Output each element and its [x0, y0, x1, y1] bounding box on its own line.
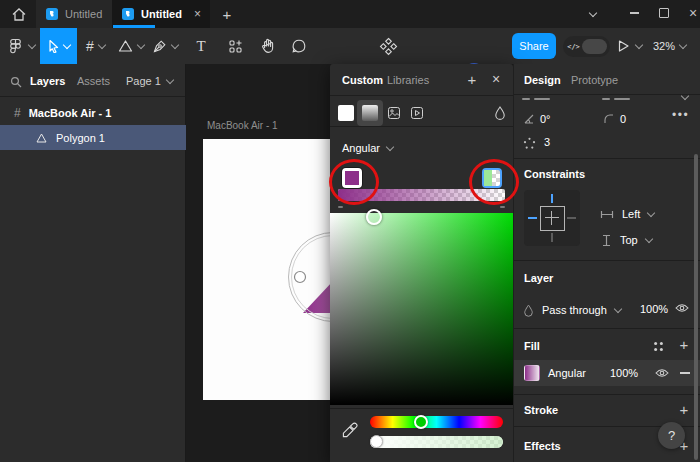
- close-tab-icon[interactable]: ×: [194, 8, 201, 20]
- vertical-constraint-dropdown[interactable]: Top: [600, 232, 652, 248]
- fill-type-video[interactable]: [409, 105, 425, 121]
- gradient-type-dropdown[interactable]: Angular: [342, 140, 393, 156]
- tab-untitled-1[interactable]: Untitled: [36, 0, 112, 28]
- window-menu-chevron-icon[interactable]: [586, 7, 600, 21]
- opacity-gradient: [370, 436, 503, 448]
- tab-custom[interactable]: Custom: [342, 74, 383, 86]
- share-button[interactable]: Share: [512, 33, 556, 59]
- clipped-field: [534, 98, 550, 100]
- layer-opacity-value[interactable]: 100%: [640, 303, 668, 315]
- fill-type-gradient-selected[interactable]: [357, 100, 383, 126]
- fill-opacity-value[interactable]: 100%: [610, 367, 638, 379]
- fill-type-value[interactable]: Angular: [548, 367, 586, 379]
- tab-assets[interactable]: Assets: [77, 75, 110, 87]
- add-style-button[interactable]: +: [464, 71, 480, 87]
- search-icon[interactable]: [8, 74, 24, 90]
- home-icon[interactable]: [10, 6, 28, 22]
- zoom-menu[interactable]: 32%: [653, 28, 686, 64]
- pen-tool[interactable]: [152, 28, 178, 64]
- eyedropper-icon[interactable]: [340, 420, 360, 440]
- cursor-arrow-icon: [47, 39, 60, 53]
- clipped-field: [614, 98, 630, 100]
- fill-visibility-eye-icon[interactable]: [654, 367, 670, 379]
- sides-count-value[interactable]: 3: [544, 136, 550, 148]
- constraint-tick-top[interactable]: [551, 194, 553, 203]
- constraints-title: Constraints: [524, 168, 585, 180]
- inspector-scrollbar[interactable]: [694, 154, 698, 460]
- page-selector[interactable]: Page 1: [126, 72, 173, 90]
- rotation-value[interactable]: 0°: [540, 113, 551, 125]
- minimize-button[interactable]: [627, 6, 641, 20]
- constraint-plus: [545, 217, 559, 218]
- layer-visibility-eye-icon[interactable]: [674, 301, 690, 315]
- shape-tool[interactable]: [118, 28, 144, 64]
- new-tab-button[interactable]: +: [218, 5, 236, 23]
- figma-file-icon: [122, 8, 134, 20]
- polygon-count-icon: [522, 136, 536, 150]
- add-fill-button[interactable]: +: [676, 336, 692, 352]
- close-window-button[interactable]: ×: [686, 4, 700, 22]
- fill-styles-icon[interactable]: [650, 338, 666, 354]
- opacity-slider[interactable]: [370, 436, 503, 448]
- color-picker-panel: Custom Libraries + × Angular: [330, 64, 513, 462]
- move-tool[interactable]: [40, 28, 77, 64]
- constraint-tick-left[interactable]: [528, 217, 537, 219]
- corner-radius-icon: [602, 112, 615, 125]
- gradient-swatch-icon: [362, 105, 378, 121]
- color-cursor[interactable]: [366, 209, 382, 225]
- layer-row-frame[interactable]: # MacBook Air - 1: [0, 100, 186, 125]
- pen-icon: [152, 39, 167, 54]
- main-menu-button[interactable]: [8, 28, 35, 64]
- fill-swatch[interactable]: [524, 365, 540, 381]
- horizontal-constraint-dropdown[interactable]: Left: [600, 206, 654, 222]
- layer-row-polygon[interactable]: Polygon 1: [0, 125, 186, 150]
- blend-droplet-icon[interactable]: [493, 104, 507, 122]
- blend-mode-dropdown[interactable]: Pass through: [524, 302, 621, 318]
- tab-layers[interactable]: Layers: [30, 75, 65, 87]
- fill-type-solid[interactable]: [338, 105, 354, 121]
- close-picker-icon[interactable]: ×: [488, 70, 504, 88]
- add-stroke-button[interactable]: +: [676, 401, 692, 417]
- maximize-button[interactable]: [657, 6, 671, 20]
- corner-radius-value[interactable]: 0: [620, 113, 626, 125]
- actions-tool[interactable]: [222, 28, 248, 64]
- fill-title: Fill: [524, 340, 540, 352]
- text-tool[interactable]: T: [190, 28, 212, 64]
- more-options-icon[interactable]: •••: [672, 108, 689, 122]
- component-icon: [377, 36, 399, 56]
- dev-mode-toggle[interactable]: </>: [563, 36, 610, 57]
- hue-slider[interactable]: [370, 416, 503, 428]
- inspector-panel: Design Prototype 0° 0 ••• 3 Constraints: [513, 64, 700, 462]
- tab-label: Untitled: [65, 8, 102, 20]
- saturation-value-area[interactable]: [330, 213, 513, 405]
- constraint-tick-bottom[interactable]: [551, 233, 553, 242]
- hue-handle[interactable]: [414, 415, 428, 429]
- titlebar: Untitled Untitled × + ×: [0, 0, 700, 28]
- comment-tool[interactable]: [286, 28, 312, 64]
- play-icon: [617, 39, 630, 53]
- present-button[interactable]: [617, 28, 642, 64]
- remove-fill-icon[interactable]: [680, 372, 690, 374]
- opacity-handle[interactable]: [370, 435, 383, 448]
- tab-untitled-2[interactable]: Untitled ×: [112, 0, 210, 28]
- stroke-title: Stroke: [524, 404, 558, 416]
- tab-libraries[interactable]: Libraries: [387, 74, 429, 86]
- rotate-gradient-icon[interactable]: [500, 206, 505, 208]
- fill-type-image[interactable]: [386, 105, 402, 121]
- help-button[interactable]: ?: [658, 422, 685, 449]
- constraint-tick-right[interactable]: [567, 217, 576, 219]
- text-icon: T: [196, 38, 205, 55]
- frame-tool[interactable]: #: [86, 28, 105, 64]
- constraint-square: [540, 206, 565, 231]
- figma-logo-icon: [8, 38, 23, 54]
- horizontal-constraint-value: Left: [622, 208, 640, 220]
- flip-gradient-icon[interactable]: [338, 206, 343, 208]
- layers-panel: Layers Assets Page 1 # MacBook Air - 1 P…: [0, 64, 186, 462]
- fill-row[interactable]: Angular 100%: [514, 360, 700, 386]
- zoom-level: 32%: [653, 40, 675, 52]
- tab-design[interactable]: Design: [524, 74, 561, 86]
- tab-prototype[interactable]: Prototype: [571, 74, 618, 86]
- vertical-constraint-icon: [602, 234, 611, 247]
- constraints-widget[interactable]: [524, 190, 580, 246]
- hand-tool[interactable]: [254, 28, 280, 64]
